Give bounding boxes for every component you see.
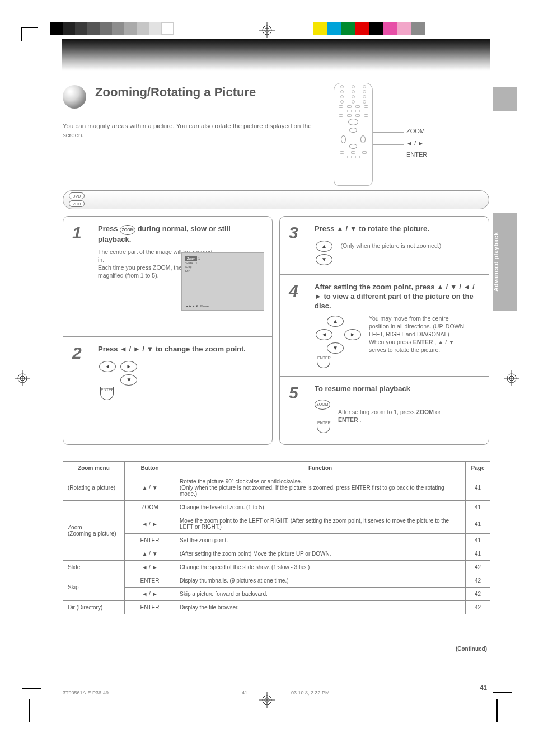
- enter-button-icon: ENTER: [100, 387, 114, 400]
- step-number: 5: [289, 383, 298, 402]
- table-row: Skip ENTER Display thumbnails. (9 pictur…: [63, 574, 490, 588]
- crop-mark-bl: [29, 684, 41, 725]
- page-title: Zooming/Rotating a Picture: [95, 85, 256, 100]
- step-number: 3: [289, 223, 298, 242]
- table-row: ◄ / ► Skip a picture forward or backward…: [63, 588, 490, 601]
- right-arrow-icon: ►: [344, 329, 361, 340]
- footer-meta: 03.10.8, 2:32 PM: [291, 690, 330, 696]
- step-title: After setting the zoom point, press ▲ / …: [315, 283, 481, 311]
- down-arrow-icon: ▼: [316, 254, 332, 265]
- left-arrow-icon: ◄: [316, 329, 332, 340]
- th-button: Button: [125, 462, 175, 475]
- up-arrow-icon: ▲: [316, 241, 332, 252]
- registration-mark-top: [259, 22, 275, 38]
- down-arrow-icon: ▼: [327, 342, 344, 354]
- page-number: 41: [480, 684, 487, 691]
- steps-left-column: 1 Press ZOOM during normal, slow or stil…: [63, 216, 273, 445]
- color-calibration-bar: [313, 22, 425, 35]
- remote-label-enter: ENTER: [406, 151, 427, 158]
- side-tab-marker: [493, 87, 517, 111]
- registration-mark-left: [15, 370, 30, 386]
- step-title: Press ◄ / ► / ▼ to change the zoom point…: [98, 345, 264, 354]
- remote-illustration: [334, 83, 373, 186]
- th-function: Function: [175, 462, 466, 475]
- step-body: You may move from the centre position in…: [369, 314, 470, 354]
- enter-button-icon: ENTER: [317, 355, 330, 368]
- table-row: ▲ / ▼ (After setting the zoom point) Mov…: [63, 547, 490, 561]
- table-row: Dir (Directory) ENTER Display the file b…: [63, 601, 490, 614]
- registration-mark-bottom: [259, 692, 275, 708]
- header-gradient: [62, 39, 490, 71]
- grayscale-calibration-bar: [50, 22, 174, 35]
- right-arrow-icon: ►: [120, 361, 137, 372]
- remote-label-zoom: ZOOM: [406, 128, 425, 134]
- up-arrow-icon: ▲: [327, 316, 344, 327]
- registration-mark-right: [504, 370, 519, 386]
- left-arrow-icon: ◄: [99, 361, 116, 372]
- crop-mark-br: [493, 689, 505, 725]
- disc-type-bar: DVD VCD: [63, 190, 489, 209]
- step-body: (Only when the picture is not zoomed.): [340, 242, 441, 249]
- down-arrow-icon: ▼: [120, 374, 137, 386]
- step-number: 1: [72, 223, 82, 242]
- table-row: Slide ◄ / ► Change the speed of the slid…: [63, 561, 490, 574]
- th-zoom-menu: Zoom menu: [63, 462, 125, 475]
- disc-badge-vcd: VCD: [69, 200, 85, 207]
- step-title: To resume normal playback: [315, 384, 481, 394]
- table-row: Zoom (Zooming a picture) ZOOM Change the…: [63, 501, 490, 514]
- step-number: 4: [289, 281, 298, 300]
- th-page: Page: [466, 462, 490, 475]
- crop-mark-tl: [21, 27, 38, 44]
- zoom-menu-table: Zoom menu Button Function Page (Rotating…: [63, 461, 490, 614]
- zoom-button-icon: ZOOM: [120, 225, 135, 235]
- continued-label: (Continued): [456, 646, 487, 652]
- step-title: Press ZOOM during normal, slow or still …: [98, 224, 264, 245]
- steps-right-column: 3 Press ▲ / ▼ to rotate the picture. ▲ (…: [279, 216, 489, 445]
- table-row: (Rotating a picture) ▲ / ▼ Rotate the pi…: [63, 475, 490, 501]
- disc-badge-dvd: DVD: [69, 192, 85, 199]
- page-subtitle: You can magnify areas within a picture. …: [63, 122, 327, 139]
- step-body: After setting zoom to 1, press ZOOM or E…: [338, 408, 456, 424]
- step-number: 2: [72, 344, 82, 363]
- footer-filename: 3T90561A-E P36-49: [63, 690, 109, 696]
- step-title: Press ▲ / ▼ to rotate the picture.: [315, 224, 481, 234]
- zoom-preview-screen: Zoom 1 Slide 1 Skip Dir ◄►▲▼: Move: [181, 252, 264, 311]
- arrow-button-cluster: ◄ ► ▼ ENTER: [98, 360, 264, 400]
- enter-button-icon: ENTER: [317, 420, 330, 433]
- table-row: ◄ / ► Move the zoom point to the LEFT or…: [63, 514, 490, 534]
- section-bullet-sphere: [63, 85, 86, 109]
- table-row: ENTER Set the zoom point. 41: [63, 534, 490, 547]
- side-tab-label: Advanced playback: [493, 213, 517, 311]
- zoom-button-icon: ZOOM: [315, 400, 330, 410]
- remote-label-arrows: ◄ / ►: [406, 140, 424, 147]
- footer-page-number: 41: [242, 690, 247, 696]
